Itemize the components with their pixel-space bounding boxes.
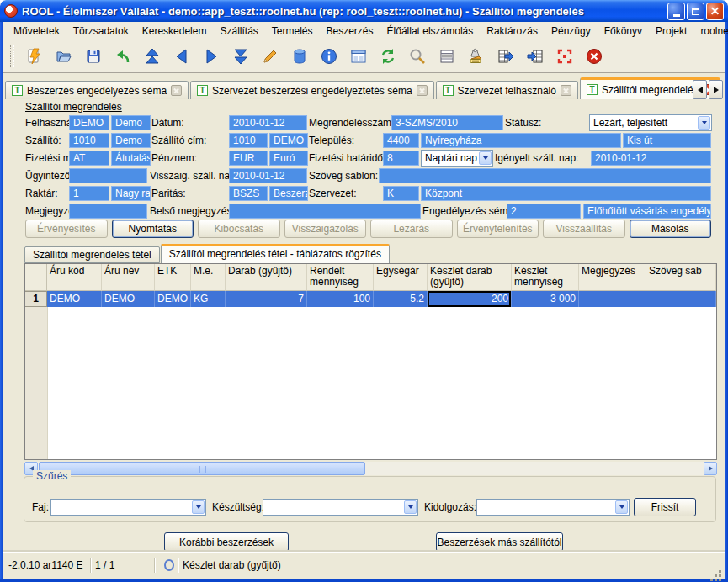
info-icon[interactable] bbox=[317, 45, 340, 68]
visszaig-szall-nap-field[interactable]: 2010-01-12 bbox=[229, 168, 307, 183]
szallito-name-field[interactable]: Demo bbox=[111, 133, 151, 148]
frissit-button[interactable]: Frissít bbox=[634, 498, 696, 516]
next-record-icon[interactable] bbox=[199, 45, 222, 68]
close-tab-icon[interactable] bbox=[561, 85, 571, 96]
paritas-name-field[interactable]: Beszerzé bbox=[269, 186, 308, 201]
execute-icon[interactable] bbox=[23, 45, 45, 68]
close-tab-icon[interactable] bbox=[171, 85, 182, 96]
datum-field[interactable]: 2010-01-12 bbox=[229, 115, 307, 130]
save-icon[interactable] bbox=[82, 45, 104, 68]
open-icon[interactable] bbox=[52, 45, 75, 68]
dropdown-button[interactable] bbox=[615, 500, 628, 514]
maximize-button[interactable] bbox=[687, 3, 704, 20]
telepules-zip-field[interactable]: 4400 bbox=[383, 133, 419, 148]
first-record-icon[interactable] bbox=[141, 45, 163, 68]
titlebar[interactable]: ROOL - Élelmiszer Vállalat - demo::app_t… bbox=[0, 0, 728, 22]
masolas-button[interactable]: Másolás bbox=[630, 220, 712, 238]
scroll-right-button[interactable] bbox=[704, 462, 717, 475]
szervezet-code-field[interactable]: K bbox=[383, 186, 419, 201]
close-button[interactable] bbox=[706, 3, 724, 20]
row-number-cell[interactable]: 1 bbox=[25, 291, 47, 307]
korabbi-beszerzesek-button[interactable]: Korábbi beszerzések bbox=[164, 532, 289, 552]
szallito-code-field[interactable]: 1010 bbox=[69, 133, 109, 148]
menu-eloallat-elszamolas[interactable]: Élőállat elszámolás bbox=[380, 23, 481, 40]
column-header[interactable]: M.e. bbox=[191, 264, 226, 291]
nyomtatas-button[interactable]: Nyomtatás bbox=[112, 220, 194, 238]
cell-keszlet-darab-focused[interactable]: 200 bbox=[428, 291, 512, 307]
column-header[interactable]: Áru kód bbox=[47, 264, 102, 291]
last-record-icon[interactable] bbox=[229, 45, 252, 68]
raktar-code-field[interactable]: 1 bbox=[69, 186, 109, 201]
beszerzesek-mas-szallitotol-button[interactable]: Beszerzések más szállítótól bbox=[436, 532, 563, 552]
tab-szervezet-felhasznalo[interactable]: T Szervezet felhasználó bbox=[436, 81, 578, 99]
cell-rendelt-mennyiseg[interactable]: 100 bbox=[307, 291, 374, 307]
menu-torzsadatok[interactable]: Törzsadatok bbox=[66, 23, 136, 40]
visszaigazolas-button[interactable]: Visszaigazolás bbox=[284, 220, 367, 238]
undo-icon[interactable] bbox=[111, 45, 134, 68]
column-header[interactable]: ETK bbox=[155, 264, 191, 291]
menu-muveletek[interactable]: Műveletek bbox=[7, 23, 66, 40]
cell-me[interactable]: KG bbox=[191, 291, 226, 307]
ervenyesites-button[interactable]: Érvényesítés bbox=[25, 220, 108, 238]
penznem-name-field[interactable]: Euró bbox=[269, 151, 308, 166]
engedelyezes-sema-code-field[interactable]: 2 bbox=[507, 204, 581, 219]
data-entry-icon[interactable] bbox=[465, 45, 487, 68]
cell-etk[interactable]: DEMO bbox=[155, 291, 191, 307]
megjegyzes-field[interactable] bbox=[69, 204, 147, 219]
tab-megrendeles-tetel[interactable]: Szállítói megrendelés tétel bbox=[24, 246, 160, 263]
column-header[interactable]: Megjegyzés bbox=[579, 264, 646, 291]
telepules-street-field[interactable]: Kis út bbox=[623, 133, 711, 148]
menu-roolnet[interactable]: roolnet bbox=[693, 23, 728, 40]
tab-szervezet-beszerzesi-engedelyeztetes-sema[interactable]: T Szervezet beszerzési engedélyeztetés s… bbox=[190, 81, 433, 99]
details-panel-icon[interactable] bbox=[347, 45, 369, 68]
database-icon[interactable] bbox=[288, 45, 311, 68]
cell-szoveg-sablon[interactable] bbox=[646, 291, 716, 307]
column-header[interactable]: Készlet mennyiség bbox=[512, 264, 579, 291]
dropdown-button[interactable] bbox=[404, 500, 417, 514]
table-row[interactable]: 1 DEMO DEMO DEMO KG 7 100 5.2 200 3 000 bbox=[25, 291, 716, 307]
cell-aru-nev[interactable]: DEMO bbox=[102, 291, 155, 307]
tab-scroll-right-button[interactable] bbox=[709, 80, 723, 99]
lezaras-button[interactable]: Lezárás bbox=[370, 220, 453, 238]
kidolgozas-select[interactable] bbox=[476, 499, 630, 516]
cell-darab-gyujto[interactable]: 7 bbox=[226, 291, 307, 307]
tab-megrendeles-tetel-tablazatos[interactable]: Szállítói megrendelés tétel - táblázatos… bbox=[161, 244, 390, 263]
edit-icon[interactable] bbox=[258, 45, 281, 68]
szoveg-sablon-field[interactable] bbox=[379, 168, 711, 183]
cell-aru-kod[interactable]: DEMO bbox=[47, 291, 102, 307]
resize-grip[interactable] bbox=[709, 563, 721, 575]
fizetesi-hatarido-field[interactable]: 8 bbox=[383, 151, 419, 166]
column-header[interactable]: Egységár bbox=[374, 264, 428, 291]
belso-megjegyzes-field[interactable] bbox=[229, 204, 421, 219]
minimize-button[interactable] bbox=[667, 3, 685, 20]
kibocsatas-button[interactable]: Kibocsátás bbox=[198, 220, 280, 238]
previous-record-icon[interactable] bbox=[170, 45, 193, 68]
fizetesi-mod-code-field[interactable]: AT bbox=[69, 151, 109, 166]
ugyintezo-field[interactable] bbox=[69, 168, 147, 183]
row-view-icon[interactable] bbox=[435, 45, 458, 68]
fizetesi-mod-name-field[interactable]: Átutalás bbox=[111, 151, 151, 166]
horizontal-scrollbar[interactable] bbox=[24, 462, 717, 475]
menu-penzugy[interactable]: Pénzügy bbox=[545, 23, 598, 40]
penznem-code-field[interactable]: EUR bbox=[229, 151, 268, 166]
menu-raktarozas[interactable]: Raktározás bbox=[480, 23, 545, 40]
telepules-city-field[interactable]: Nyíregyháza bbox=[421, 133, 621, 148]
menu-fokonyv[interactable]: Főkönyv bbox=[598, 23, 649, 40]
raktar-name-field[interactable]: Nagy rak bbox=[111, 186, 151, 201]
faj-select[interactable] bbox=[50, 499, 206, 516]
column-header[interactable]: Készlet darab (gyűjtő) bbox=[428, 264, 512, 291]
fizetesi-hatarido-unit-select[interactable]: Naptári nap bbox=[421, 150, 493, 167]
cell-egysegar[interactable]: 5.2 bbox=[374, 291, 428, 307]
visszaallitas-button[interactable]: Visszaállítás bbox=[543, 220, 625, 238]
grid-corner-cell[interactable] bbox=[25, 264, 47, 291]
felhasznalo-name-field[interactable]: Demo bbox=[111, 115, 151, 130]
statusz-select[interactable]: Lezárt, teljesített bbox=[589, 114, 712, 131]
szallito-cim-code-field[interactable]: 1010 bbox=[229, 133, 268, 148]
column-header[interactable]: Darab (gyűjtő) bbox=[226, 264, 307, 291]
keszultseg-select[interactable] bbox=[263, 499, 418, 516]
column-header[interactable]: Rendelt mennyiség bbox=[307, 264, 374, 291]
dropdown-button[interactable] bbox=[192, 500, 205, 514]
paritas-code-field[interactable]: BSZS bbox=[229, 186, 268, 201]
igenyelt-szall-nap-field[interactable]: 2010-01-12 bbox=[591, 151, 711, 166]
menu-termeles[interactable]: Termelés bbox=[265, 23, 320, 40]
